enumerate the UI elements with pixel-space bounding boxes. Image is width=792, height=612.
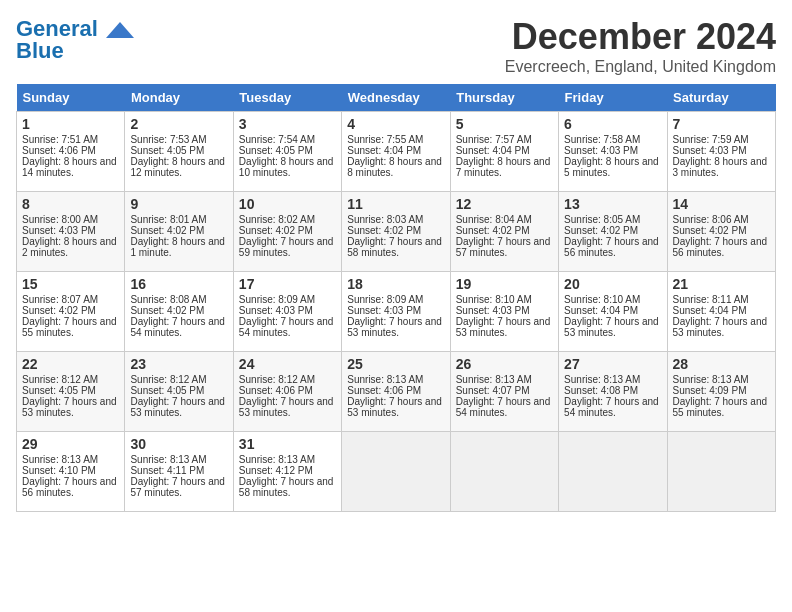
daylight-text: Daylight: 8 hours and 3 minutes. xyxy=(673,156,768,178)
day-header-thursday: Thursday xyxy=(450,84,558,112)
sunrise-text: Sunrise: 8:07 AM xyxy=(22,294,98,305)
calendar-cell: 19Sunrise: 8:10 AMSunset: 4:03 PMDayligh… xyxy=(450,272,558,352)
sunrise-text: Sunrise: 8:13 AM xyxy=(564,374,640,385)
day-number: 10 xyxy=(239,196,336,212)
calendar-cell xyxy=(450,432,558,512)
day-header-wednesday: Wednesday xyxy=(342,84,450,112)
day-header-tuesday: Tuesday xyxy=(233,84,341,112)
sunrise-text: Sunrise: 8:12 AM xyxy=(22,374,98,385)
calendar-cell: 24Sunrise: 8:12 AMSunset: 4:06 PMDayligh… xyxy=(233,352,341,432)
sunset-text: Sunset: 4:02 PM xyxy=(130,305,204,316)
day-number: 3 xyxy=(239,116,336,132)
sunrise-text: Sunrise: 8:09 AM xyxy=(239,294,315,305)
calendar-cell: 15Sunrise: 8:07 AMSunset: 4:02 PMDayligh… xyxy=(17,272,125,352)
sunset-text: Sunset: 4:10 PM xyxy=(22,465,96,476)
day-number: 26 xyxy=(456,356,553,372)
calendar-cell: 1Sunrise: 7:51 AMSunset: 4:06 PMDaylight… xyxy=(17,112,125,192)
daylight-text: Daylight: 7 hours and 53 minutes. xyxy=(564,316,659,338)
sunrise-text: Sunrise: 8:06 AM xyxy=(673,214,749,225)
title-area: December 2024 Evercreech, England, Unite… xyxy=(505,16,776,76)
sunrise-text: Sunrise: 8:13 AM xyxy=(130,454,206,465)
day-number: 16 xyxy=(130,276,227,292)
calendar-cell: 5Sunrise: 7:57 AMSunset: 4:04 PMDaylight… xyxy=(450,112,558,192)
day-number: 13 xyxy=(564,196,661,212)
day-number: 18 xyxy=(347,276,444,292)
day-number: 28 xyxy=(673,356,770,372)
logo-icon xyxy=(104,20,136,40)
day-number: 1 xyxy=(22,116,119,132)
calendar-cell xyxy=(342,432,450,512)
sunset-text: Sunset: 4:03 PM xyxy=(564,145,638,156)
daylight-text: Daylight: 8 hours and 7 minutes. xyxy=(456,156,551,178)
daylight-text: Daylight: 7 hours and 56 minutes. xyxy=(673,236,768,258)
sunset-text: Sunset: 4:05 PM xyxy=(130,385,204,396)
day-header-friday: Friday xyxy=(559,84,667,112)
daylight-text: Daylight: 7 hours and 55 minutes. xyxy=(22,316,117,338)
day-number: 17 xyxy=(239,276,336,292)
sunset-text: Sunset: 4:04 PM xyxy=(347,145,421,156)
day-number: 7 xyxy=(673,116,770,132)
sunset-text: Sunset: 4:09 PM xyxy=(673,385,747,396)
sunrise-text: Sunrise: 8:03 AM xyxy=(347,214,423,225)
daylight-text: Daylight: 7 hours and 54 minutes. xyxy=(564,396,659,418)
week-row-3: 15Sunrise: 8:07 AMSunset: 4:02 PMDayligh… xyxy=(17,272,776,352)
sunrise-text: Sunrise: 8:00 AM xyxy=(22,214,98,225)
day-number: 19 xyxy=(456,276,553,292)
sunset-text: Sunset: 4:04 PM xyxy=(564,305,638,316)
sunrise-text: Sunrise: 7:57 AM xyxy=(456,134,532,145)
day-number: 2 xyxy=(130,116,227,132)
calendar-cell: 10Sunrise: 8:02 AMSunset: 4:02 PMDayligh… xyxy=(233,192,341,272)
sunset-text: Sunset: 4:11 PM xyxy=(130,465,204,476)
day-number: 24 xyxy=(239,356,336,372)
sunrise-text: Sunrise: 7:55 AM xyxy=(347,134,423,145)
daylight-text: Daylight: 7 hours and 59 minutes. xyxy=(239,236,334,258)
daylight-text: Daylight: 7 hours and 58 minutes. xyxy=(239,476,334,498)
sunrise-text: Sunrise: 7:58 AM xyxy=(564,134,640,145)
daylight-text: Daylight: 7 hours and 53 minutes. xyxy=(456,316,551,338)
daylight-text: Daylight: 7 hours and 56 minutes. xyxy=(22,476,117,498)
daylight-text: Daylight: 7 hours and 56 minutes. xyxy=(564,236,659,258)
day-header-saturday: Saturday xyxy=(667,84,775,112)
day-number: 11 xyxy=(347,196,444,212)
calendar-cell: 20Sunrise: 8:10 AMSunset: 4:04 PMDayligh… xyxy=(559,272,667,352)
calendar-cell: 12Sunrise: 8:04 AMSunset: 4:02 PMDayligh… xyxy=(450,192,558,272)
sunset-text: Sunset: 4:02 PM xyxy=(347,225,421,236)
day-number: 9 xyxy=(130,196,227,212)
calendar-cell: 31Sunrise: 8:13 AMSunset: 4:12 PMDayligh… xyxy=(233,432,341,512)
sunrise-text: Sunrise: 8:13 AM xyxy=(22,454,98,465)
sunrise-text: Sunrise: 8:13 AM xyxy=(673,374,749,385)
calendar-cell: 14Sunrise: 8:06 AMSunset: 4:02 PMDayligh… xyxy=(667,192,775,272)
daylight-text: Daylight: 8 hours and 2 minutes. xyxy=(22,236,117,258)
daylight-text: Daylight: 7 hours and 54 minutes. xyxy=(239,316,334,338)
sunset-text: Sunset: 4:03 PM xyxy=(673,145,747,156)
calendar-cell: 26Sunrise: 8:13 AMSunset: 4:07 PMDayligh… xyxy=(450,352,558,432)
sunrise-text: Sunrise: 8:13 AM xyxy=(456,374,532,385)
sunrise-text: Sunrise: 7:53 AM xyxy=(130,134,206,145)
sunrise-text: Sunrise: 8:12 AM xyxy=(239,374,315,385)
day-number: 4 xyxy=(347,116,444,132)
day-number: 27 xyxy=(564,356,661,372)
calendar-cell: 22Sunrise: 8:12 AMSunset: 4:05 PMDayligh… xyxy=(17,352,125,432)
daylight-text: Daylight: 8 hours and 1 minute. xyxy=(130,236,225,258)
day-number: 12 xyxy=(456,196,553,212)
sunset-text: Sunset: 4:06 PM xyxy=(239,385,313,396)
sunrise-text: Sunrise: 8:01 AM xyxy=(130,214,206,225)
sunrise-text: Sunrise: 8:10 AM xyxy=(564,294,640,305)
calendar-cell: 28Sunrise: 8:13 AMSunset: 4:09 PMDayligh… xyxy=(667,352,775,432)
day-number: 31 xyxy=(239,436,336,452)
sunset-text: Sunset: 4:05 PM xyxy=(130,145,204,156)
day-number: 29 xyxy=(22,436,119,452)
sunset-text: Sunset: 4:07 PM xyxy=(456,385,530,396)
sunset-text: Sunset: 4:02 PM xyxy=(456,225,530,236)
day-number: 8 xyxy=(22,196,119,212)
daylight-text: Daylight: 8 hours and 10 minutes. xyxy=(239,156,334,178)
calendar-cell: 18Sunrise: 8:09 AMSunset: 4:03 PMDayligh… xyxy=(342,272,450,352)
daylight-text: Daylight: 7 hours and 53 minutes. xyxy=(130,396,225,418)
daylight-text: Daylight: 7 hours and 53 minutes. xyxy=(239,396,334,418)
calendar-cell: 2Sunrise: 7:53 AMSunset: 4:05 PMDaylight… xyxy=(125,112,233,192)
calendar-cell xyxy=(667,432,775,512)
daylight-text: Daylight: 7 hours and 53 minutes. xyxy=(347,396,442,418)
daylight-text: Daylight: 7 hours and 58 minutes. xyxy=(347,236,442,258)
calendar-cell: 13Sunrise: 8:05 AMSunset: 4:02 PMDayligh… xyxy=(559,192,667,272)
calendar-cell: 3Sunrise: 7:54 AMSunset: 4:05 PMDaylight… xyxy=(233,112,341,192)
